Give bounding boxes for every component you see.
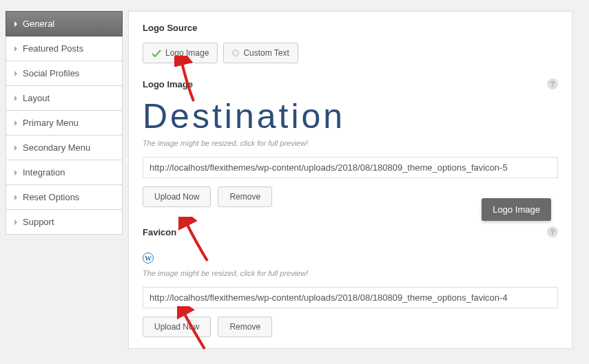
chevron-right-icon — [14, 170, 17, 175]
logo-image-upload-button[interactable]: Upload Now — [143, 186, 211, 207]
favicon-remove-button[interactable]: Remove — [218, 317, 272, 337]
logo-image-tooltip: Logo Image — [482, 198, 551, 221]
main-panel: Logo Source Logo Image Custom Text Logo … — [128, 11, 572, 349]
favicon-title: Favicon — [143, 227, 176, 237]
favicon-upload-button[interactable]: Upload Now — [143, 317, 211, 337]
sidebar-item-label: Featured Posts — [23, 43, 83, 54]
sidebar-item-layout[interactable]: Layout — [6, 86, 123, 111]
favicon-url-input[interactable] — [143, 287, 558, 308]
sidebar-item-general[interactable]: General — [6, 11, 123, 36]
logo-image-hint: The image might be resized, click for fu… — [143, 139, 558, 147]
chevron-right-icon — [14, 96, 17, 101]
logo-source-image-option[interactable]: Logo Image — [143, 43, 218, 63]
sidebar-item-label: Layout — [23, 93, 50, 103]
logo-image-title: Logo Image — [143, 79, 193, 89]
chevron-right-icon — [14, 145, 17, 151]
logo-image-url-input[interactable] — [143, 157, 558, 178]
toggle-label: Logo Image — [165, 48, 209, 58]
sidebar-item-social-profiles[interactable]: Social Profiles — [6, 61, 123, 86]
chevron-right-icon — [14, 120, 17, 126]
sidebar-item-label: Support — [23, 217, 54, 227]
sidebar-item-reset-options[interactable]: Reset Options — [6, 185, 123, 210]
logo-image-remove-button[interactable]: Remove — [218, 186, 272, 207]
logo-source-toggle-group: Logo Image Custom Text — [143, 43, 558, 63]
toggle-label: Custom Text — [243, 48, 289, 58]
favicon-hint: The image might be resized, click for fu… — [143, 269, 558, 277]
sidebar-item-label: Secondary Menu — [23, 142, 90, 153]
help-icon[interactable]: ? — [547, 226, 558, 237]
logo-source-title: Logo Source — [143, 23, 558, 33]
annotation-arrow-icon — [178, 217, 213, 265]
chevron-right-icon — [14, 46, 17, 52]
chevron-right-icon — [14, 71, 17, 76]
sidebar-item-support[interactable]: Support — [6, 210, 123, 235]
help-icon[interactable]: ? — [547, 78, 558, 89]
sidebar-item-label: Integration — [23, 167, 65, 178]
sidebar-item-primary-menu[interactable]: Primary Menu — [6, 111, 123, 136]
chevron-right-icon — [14, 195, 17, 200]
chevron-right-icon — [14, 21, 17, 27]
sidebar-item-label: General — [23, 19, 54, 29]
logo-image-preview[interactable]: Destination — [143, 96, 558, 136]
chevron-right-icon — [14, 220, 17, 225]
sidebar-item-featured-posts[interactable]: Featured Posts — [6, 36, 123, 61]
sidebar-item-label: Social Profiles — [23, 68, 79, 78]
settings-sidebar: General Featured Posts Social Profiles L… — [6, 11, 123, 349]
sidebar-item-secondary-menu[interactable]: Secondary Menu — [6, 136, 123, 160]
sidebar-item-label: Primary Menu — [23, 118, 79, 128]
sidebar-item-label: Reset Options — [23, 192, 79, 202]
favicon-preview[interactable]: W — [143, 253, 154, 264]
sidebar-item-integration[interactable]: Integration — [6, 160, 123, 185]
logo-source-text-option[interactable]: Custom Text — [223, 43, 298, 63]
radio-icon — [232, 50, 239, 56]
check-icon — [152, 50, 161, 57]
